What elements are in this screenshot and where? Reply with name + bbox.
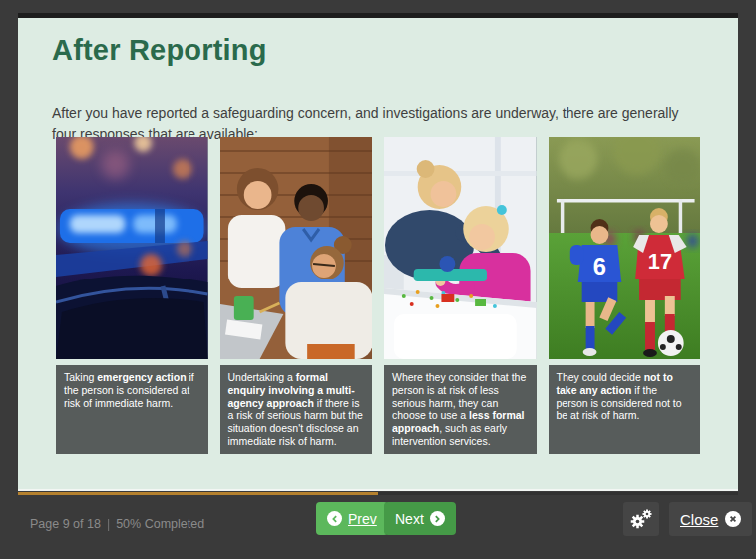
response-card: Where they consider that the person is a… <box>384 137 537 454</box>
course-player: After Reporting After you have reported … <box>0 0 756 559</box>
response-card: Undertaking a formal enquiry involving a… <box>220 137 373 454</box>
response-card: 6 17 They could decide <box>549 137 701 454</box>
progress-fill <box>18 492 378 495</box>
page-count: Page 9 of 18 <box>30 517 101 531</box>
jersey-number-red: 17 <box>647 249 671 274</box>
chevron-right-circle-icon <box>430 511 445 526</box>
close-circle-icon <box>725 511 741 527</box>
card-caption: Where they consider that the person is a… <box>384 365 537 454</box>
chevron-left-circle-icon <box>327 511 342 526</box>
prev-button[interactable]: Prev <box>316 502 388 535</box>
card-caption: Taking emergency action if the person is… <box>56 365 208 454</box>
settings-button[interactable] <box>623 502 659 536</box>
prev-label: Prev <box>348 511 377 527</box>
close-button[interactable]: Close <box>669 502 752 536</box>
card-caption: Undertaking a formal enquiry involving a… <box>220 365 373 454</box>
multi-agency-meeting-photo <box>220 137 373 359</box>
card-caption: They could decide not to take any action… <box>549 365 701 454</box>
page-title: After Reporting <box>52 34 738 67</box>
cards-row: Taking emergency action if the person is… <box>56 137 700 454</box>
response-card: Taking emergency action if the person is… <box>56 137 208 454</box>
page-info-separator: | <box>107 517 110 531</box>
slide: After Reporting After you have reported … <box>18 13 738 491</box>
page-info: Page 9 of 18|50% Completed <box>30 517 204 531</box>
completed-percent: 50% Completed <box>116 517 204 531</box>
next-button[interactable]: Next <box>384 502 456 535</box>
progress-bar <box>18 492 738 495</box>
next-label: Next <box>395 511 424 527</box>
close-label: Close <box>680 511 718 528</box>
settings-cogs-icon <box>630 509 652 529</box>
early-intervention-craft-photo <box>384 137 537 359</box>
police-lights-photo <box>56 137 208 359</box>
jersey-number-blue: 6 <box>592 253 605 280</box>
children-football-photo: 6 17 <box>549 137 701 359</box>
